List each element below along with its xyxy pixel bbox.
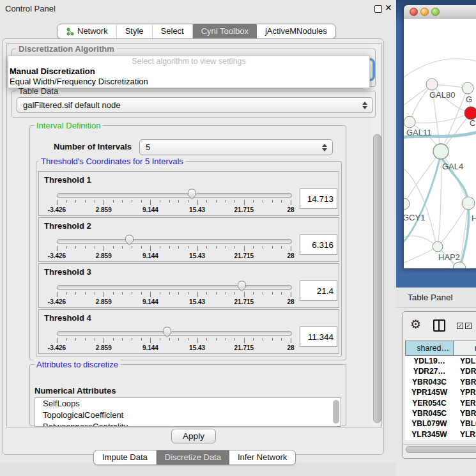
table-row[interactable]: YDR27…YDR2 <box>405 366 476 376</box>
tick-label: 9.144 <box>142 344 158 351</box>
cell-name: YER0 <box>454 398 476 408</box>
tick-mark <box>197 246 198 251</box>
network-node[interactable] <box>426 79 438 90</box>
tab-jactivemnodules[interactable]: jActiveMNodules <box>257 24 335 38</box>
tick-label: 9.144 <box>142 252 158 259</box>
attribute-list-item[interactable]: SelfLoops <box>35 398 341 410</box>
tick-mark <box>188 292 188 295</box>
threshold-value-field[interactable] <box>300 234 337 255</box>
slider-tick-labels: -3.4262.8599.14415.4321.71528 <box>57 252 291 259</box>
table-row[interactable]: YER054CYER0 <box>405 398 476 408</box>
tab-style[interactable]: Style <box>117 24 153 38</box>
slider-thumb[interactable] <box>125 234 134 249</box>
tick-mark <box>216 292 217 295</box>
table-hscrollbar-track[interactable] <box>403 444 476 453</box>
table-row[interactable]: YIL052CYIL0 <box>405 440 476 440</box>
gear-icon[interactable]: ⚙ <box>410 317 421 332</box>
network-node[interactable] <box>453 262 466 268</box>
threshold-value-field[interactable] <box>300 188 337 209</box>
top-tab-bar: NetworkStyleSelectCyni ToolboxjActiveMNo… <box>57 24 336 39</box>
slider-track[interactable] <box>57 331 292 336</box>
tick-label: 2.859 <box>96 206 112 213</box>
slider-track[interactable] <box>57 239 292 244</box>
bottom-tab-infer-network[interactable]: Infer Network <box>229 450 295 464</box>
minimize-traffic-light-icon[interactable] <box>420 8 429 16</box>
apply-button[interactable]: Apply <box>171 429 216 443</box>
slider-thumb[interactable] <box>162 326 172 341</box>
attribute-list-item[interactable]: BetweennessCentrality <box>35 421 341 427</box>
number-of-intervals-value: 5 <box>140 142 319 152</box>
column-header-shared[interactable]: shared… <box>405 341 454 356</box>
table-header-row: shared… na <box>405 341 476 356</box>
slider-track[interactable] <box>57 193 292 198</box>
tick-mark <box>244 338 245 343</box>
network-graph: GAL80GCGAL11GAL4HGCY1HAP2 <box>404 19 476 268</box>
network-canvas[interactable]: GAL80GCGAL11GAL4HGCY1HAP2 <box>404 19 476 268</box>
tab-label: Network <box>77 24 108 38</box>
tab-network[interactable]: Network <box>58 24 117 38</box>
tick-mark <box>281 338 282 341</box>
checkbox-icon[interactable]: ✓ <box>465 323 472 329</box>
slider-thumb[interactable] <box>187 188 197 203</box>
checkbox-icon[interactable]: ✓ <box>457 323 463 329</box>
network-node[interactable] <box>462 82 473 94</box>
table-panel-bar: Table Panel <box>396 288 476 308</box>
column-header-name[interactable]: na <box>454 341 476 356</box>
split-columns-icon[interactable] <box>433 319 445 332</box>
threshold-value-field[interactable] <box>300 280 337 301</box>
slider-thumb[interactable] <box>237 280 247 295</box>
tick-mark <box>66 200 67 203</box>
tick-mark <box>104 246 104 251</box>
table-row[interactable]: YPR145WYPR1 <box>405 387 476 397</box>
network-node[interactable] <box>433 242 443 252</box>
dropdown-option[interactable]: Manual Discretization <box>8 66 369 77</box>
network-node[interactable] <box>464 107 476 119</box>
vertical-scrollbar-thumb[interactable] <box>373 134 381 423</box>
tab-cyni-toolbox[interactable]: Cyni Toolbox <box>193 24 257 38</box>
slider-thumb-shape <box>125 234 134 246</box>
table-row[interactable]: YDL19…YDL1 <box>405 356 476 366</box>
dropdown-option[interactable]: Equal Width/Frequency Discretization <box>8 77 369 87</box>
table-row[interactable]: YLR345WYLR3 <box>405 429 476 440</box>
network-node[interactable] <box>404 198 410 210</box>
tick-mark <box>263 200 263 203</box>
zoom-traffic-light-icon[interactable] <box>431 8 440 16</box>
close-icon[interactable]: ✕ <box>385 3 392 13</box>
attributes-list-scrollbar[interactable] <box>333 400 339 424</box>
tick-mark <box>95 338 95 341</box>
bottom-tab-impute-data[interactable]: Impute Data <box>94 450 157 464</box>
network-node[interactable] <box>404 116 415 128</box>
tab-label: jActiveMNodules <box>265 24 327 38</box>
close-traffic-light-icon[interactable] <box>410 8 418 16</box>
network-window-titlebar[interactable] <box>404 5 476 19</box>
table-hscrollbar-thumb[interactable] <box>406 446 476 453</box>
table-row[interactable]: YBL079WYBL0 <box>405 418 476 429</box>
tick-mark <box>226 338 226 341</box>
table-row[interactable]: YBR043CYBR0 <box>405 377 476 387</box>
tick-mark <box>216 338 217 341</box>
table-row[interactable]: YBR045CYBR0 <box>405 408 476 418</box>
tab-label: Cyni Toolbox <box>201 24 249 38</box>
thresholds-group-title: Threshold's Coordinates for 5 Intervals <box>38 157 186 166</box>
threshold-value-field[interactable] <box>300 326 337 347</box>
tick-mark <box>141 338 142 341</box>
tick-mark <box>160 246 160 249</box>
network-node[interactable] <box>433 144 449 159</box>
number-of-intervals-select[interactable]: 5 <box>139 139 333 155</box>
tick-mark <box>291 338 291 343</box>
tick-mark <box>169 292 170 295</box>
attribute-list-item[interactable]: TopologicalCoefficient <box>35 410 341 421</box>
tick-label: 15.43 <box>189 252 205 259</box>
bottom-tab-discretize-data[interactable]: Discretize Data <box>157 450 229 464</box>
tab-label: Select <box>161 24 184 38</box>
network-node[interactable] <box>462 197 475 210</box>
tick-mark <box>113 292 114 295</box>
tab-select[interactable]: Select <box>153 24 193 38</box>
tick-mark <box>85 292 86 295</box>
tick-mark <box>253 246 254 249</box>
tick-label: 28 <box>287 206 294 213</box>
slider-track[interactable] <box>57 285 292 290</box>
table-data-select[interactable]: galFiltered.sif default node <box>17 97 373 113</box>
float-window-icon[interactable] <box>374 5 382 13</box>
attributes-list[interactable]: SelfLoopsTopologicalCoefficientBetweenne… <box>35 397 341 427</box>
